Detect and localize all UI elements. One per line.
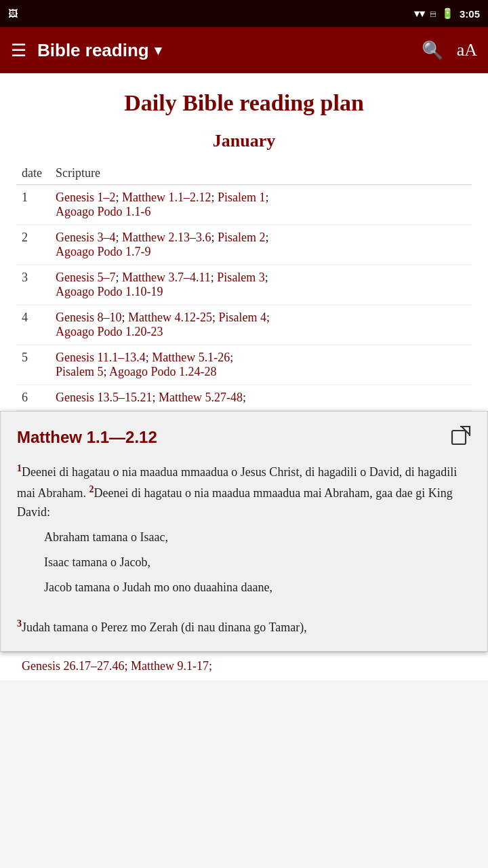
proverbs-link[interactable]: Agoago Podo 1.1-6 [56, 205, 151, 218]
toolbar-icons: 🔍 aA [422, 40, 477, 61]
psalm-link[interactable]: Pisalem 2 [218, 231, 266, 244]
matthew-link[interactable]: Matthew 4.12-25 [128, 311, 212, 324]
table-row: 6 Genesis 13.5–15.21; Matthew 5.27-48; [16, 384, 472, 410]
genesis-link[interactable]: Genesis 5–7 [56, 271, 116, 284]
day-number: 6 [16, 384, 50, 410]
day-number: 2 [16, 224, 50, 264]
table-row: 4 Genesis 8–10; Matthew 4.12-25; Pisalem… [16, 304, 472, 344]
matthew-link[interactable]: Matthew 5.1-26 [152, 351, 230, 364]
col-header-scripture: Scripture [50, 162, 472, 185]
verse-num-1: 1 [17, 463, 22, 473]
lineage-line-2: Isaac tamana o Jacob, [44, 553, 471, 572]
app-title-text: Bible reading [37, 40, 149, 61]
menu-button[interactable]: ☰ [11, 40, 26, 61]
proverbs-link[interactable]: Agoago Podo 1.10-19 [56, 285, 163, 298]
toolbar-title: Bible reading ▾ [37, 40, 411, 61]
photo-icon: 🖼 [8, 8, 18, 19]
scripture-popup: Matthew 1.1—2.12 1Deenei di hagatau o ni… [0, 411, 488, 652]
day-number: 4 [16, 304, 50, 344]
scripture-cell: Genesis 1–2; Matthew 1.1–2.12; Pisalem 1… [50, 184, 472, 224]
sim-icon: □ [430, 9, 436, 19]
psalm-link[interactable]: Pisalem 1 [218, 191, 266, 204]
main-content: Daily Bible reading plan January date Sc… [0, 73, 488, 411]
matthew-link[interactable]: Matthew 3.7–4.11 [122, 271, 211, 284]
svg-rect-0 [452, 431, 466, 444]
psalm-link[interactable]: Pisalem 5 [56, 365, 104, 378]
month-title: January [16, 131, 472, 151]
genesis-link[interactable]: Genesis 11.1–13.4 [56, 351, 146, 364]
table-row: 2 Genesis 3–4; Matthew 2.13–3.6; Pisalem… [16, 224, 472, 264]
lineage-line-1: Abraham tamana o Isaac, [44, 528, 471, 547]
genesis-link[interactable]: Genesis 3–4 [56, 231, 116, 244]
proverbs-link[interactable]: Agoago Podo 1.20-23 [56, 325, 163, 338]
table-row: 1 Genesis 1–2; Matthew 1.1–2.12; Pisalem… [16, 184, 472, 224]
status-left: 🖼 [8, 8, 18, 19]
day-number: 1 [16, 184, 50, 224]
scripture-cell: Genesis 5–7; Matthew 3.7–4.11; Pisalem 3… [50, 264, 472, 304]
col-header-date: date [16, 162, 50, 185]
font-size-button[interactable]: aA [457, 40, 477, 60]
scripture-cell: Genesis 13.5–15.21; Matthew 5.27-48; [50, 384, 472, 410]
day-number: 3 [16, 264, 50, 304]
clock: 3:05 [460, 8, 480, 20]
scripture-cell: Genesis 8–10; Matthew 4.12-25; Pisalem 4… [50, 304, 472, 344]
open-external-icon[interactable] [451, 425, 471, 450]
bottom-partial-text: Genesis 26.17–27.46; Matthew 9.1-17; [16, 654, 218, 678]
psalm-link[interactable]: Pisalem 3 [217, 271, 265, 284]
verse3-text: Judah tamana o Perez mo Zerah (di nau di… [22, 620, 307, 634]
genesis-link[interactable]: Genesis 8–10 [56, 311, 122, 324]
toolbar: ☰ Bible reading ▾ 🔍 aA [0, 27, 488, 73]
table-row: 5 Genesis 11.1–13.4; Matthew 5.1-26; Pis… [16, 344, 472, 384]
proverbs-link[interactable]: Agoago Podo 1.7-9 [56, 245, 151, 258]
status-right: ▾▾ □ 🔋 3:05 [414, 7, 480, 20]
page-title: Daily Bible reading plan [16, 90, 472, 117]
battery-icon: 🔋 [441, 7, 454, 20]
genesis-link[interactable]: Genesis 1–2 [56, 191, 116, 204]
genesis-bottom-link[interactable]: Genesis 26.17–27.46; Matthew 9.1-17; [22, 659, 212, 673]
search-button[interactable]: 🔍 [422, 40, 443, 61]
scripture-cell: Genesis 11.1–13.4; Matthew 5.1-26; Pisal… [50, 344, 472, 384]
matthew-link[interactable]: Matthew 5.27-48 [159, 391, 243, 404]
reading-table: date Scripture 1 Genesis 1–2; Matthew 1.… [16, 162, 472, 411]
popup-header: Matthew 1.1—2.12 [17, 425, 471, 450]
bottom-partial-row: Genesis 26.17–27.46; Matthew 9.1-17; [0, 652, 488, 680]
table-row: 3 Genesis 5–7; Matthew 3.7–4.11; Pisalem… [16, 264, 472, 304]
scripture-cell: Genesis 3–4; Matthew 2.13–3.6; Pisalem 2… [50, 224, 472, 264]
day-number: 5 [16, 344, 50, 384]
wifi-icon: ▾▾ [414, 7, 425, 20]
lineage-line-3: Jacob tamana o Judah mo ono duaahina daa… [44, 578, 471, 597]
matthew-link[interactable]: Matthew 1.1–2.12 [122, 191, 211, 204]
genesis-link[interactable]: Genesis 13.5–15.21 [56, 391, 152, 404]
proverbs-link[interactable]: Agoago Podo 1.24-28 [109, 365, 217, 378]
psalm-link[interactable]: Pisalem 4 [219, 311, 267, 324]
dropdown-arrow-icon[interactable]: ▾ [155, 42, 161, 58]
popup-title: Matthew 1.1—2.12 [17, 428, 157, 447]
matthew-link[interactable]: Matthew 2.13–3.6 [122, 231, 211, 244]
popup-body: 1Deenei di hagatau o nia maadua mmaadua … [17, 461, 471, 637]
status-bar: 🖼 ▾▾ □ 🔋 3:05 [0, 0, 488, 27]
verse-num-3: 3 [17, 618, 22, 629]
